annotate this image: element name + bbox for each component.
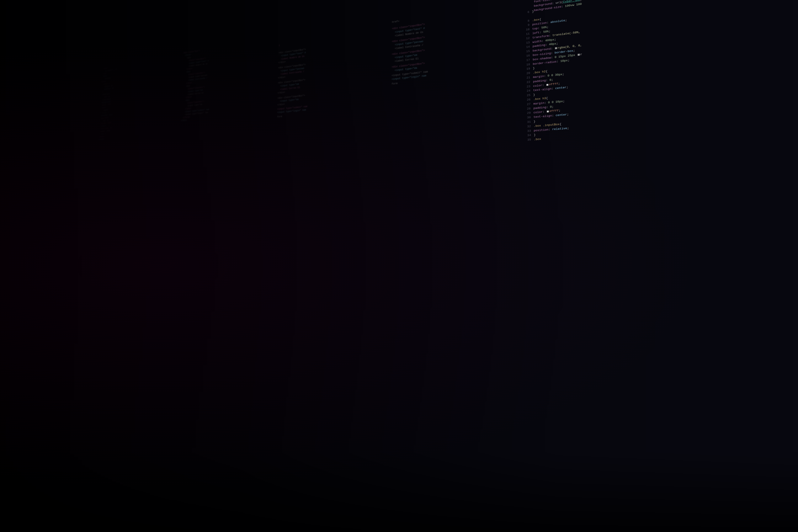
code-column-3: T <div class="inputBox"> <input type="te… [267,16,391,532]
code-column-2: <div class="box"> <form> <div class="inp… [167,37,280,512]
code-content: } .box{ position: absolute; top: [532,0,798,532]
main-screen: <div> <a href="..."> </a> <div> content … [0,0,798,532]
code-panel-sharp: margin: 0; padding: 0; font-size: sans-s… [522,0,798,532]
line-number-code-wrapper: 6 8 9 10 11 12 13 14 15 16 17 18 19 20 2… [522,0,798,532]
code-column-4: href= <div class="inputBox"> <input type… [387,0,529,532]
code-background: <div> <a href="..."> </a> <div> content … [64,0,798,532]
